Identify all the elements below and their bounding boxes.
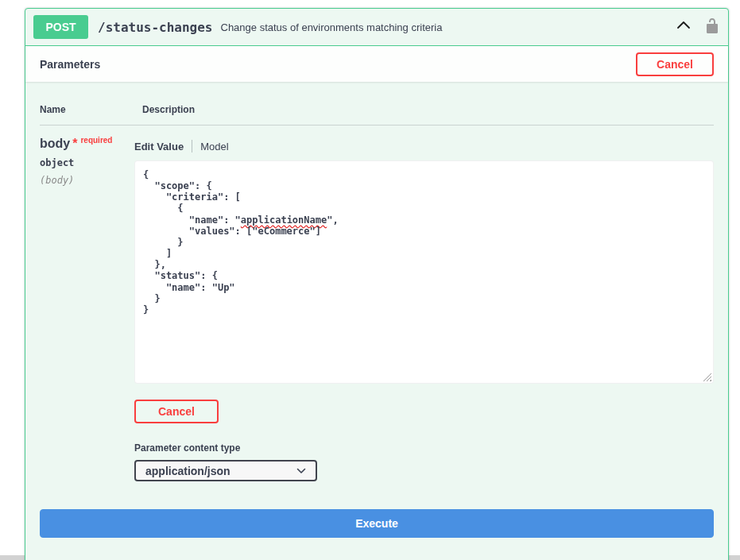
content-type-selected: application/json <box>145 465 231 477</box>
parameter-in: (body) <box>40 175 134 186</box>
editor-tabs: Edit Value Model <box>134 140 714 153</box>
tab-separator <box>192 140 192 153</box>
content-type-select[interactable]: application/json <box>134 460 317 481</box>
table-header-row: Name Description <box>40 95 714 126</box>
endpoint-description: Change status of environments matching c… <box>221 21 443 33</box>
endpoint-path: /status-changes <box>98 20 213 35</box>
required-star: * <box>72 137 77 150</box>
request-body-textarea[interactable]: { "scope": { "criteria": [ { "name": "ap… <box>134 160 714 384</box>
required-label: required <box>80 136 112 145</box>
cancel-button-top[interactable]: Cancel <box>636 52 714 76</box>
column-header-description: Description <box>142 104 195 115</box>
parameter-name-cell: body*required object (body) <box>40 137 134 481</box>
request-body-json: { "scope": { "criteria": [ { "name": "ap… <box>143 169 705 315</box>
chevron-down-icon <box>296 468 306 474</box>
http-method-badge: POST <box>33 15 88 39</box>
parameter-name: body*required <box>40 137 134 151</box>
parameters-table: Name Description body*required object (b… <box>25 82 728 481</box>
execute-button[interactable]: Execute <box>40 509 714 538</box>
textarea-resize-grip[interactable] <box>703 373 711 381</box>
parameters-title: Parameters <box>40 58 100 71</box>
content-type-label: Parameter content type <box>134 442 714 454</box>
json-misspelled-word: applicationName <box>241 214 327 226</box>
chevron-up-icon[interactable] <box>676 18 692 36</box>
parameter-type: object <box>40 157 134 168</box>
json-segment: ", "values": ["eCommerce"] } ] }, "statu… <box>143 214 339 315</box>
operation-block-post: POST /status-changes Change status of en… <box>25 8 729 560</box>
parameter-description-cell: Edit Value Model { "scope": { "criteria"… <box>134 137 714 481</box>
column-header-name: Name <box>40 104 142 115</box>
cancel-button-editor[interactable]: Cancel <box>134 400 219 423</box>
tab-edit-value[interactable]: Edit Value <box>134 141 184 153</box>
tab-model[interactable]: Model <box>200 141 228 153</box>
parameter-name-text: body <box>40 137 70 150</box>
operation-summary[interactable]: POST /status-changes Change status of en… <box>25 9 728 46</box>
parameters-section-header: Parameters Cancel <box>25 46 728 82</box>
json-segment: { "scope": { "criteria": [ { "name": " <box>143 169 241 226</box>
unlocked-padlock-icon[interactable] <box>704 17 720 37</box>
parameter-row-body: body*required object (body) Edit Value M… <box>40 126 714 481</box>
execute-wrapper: Execute <box>25 481 728 544</box>
